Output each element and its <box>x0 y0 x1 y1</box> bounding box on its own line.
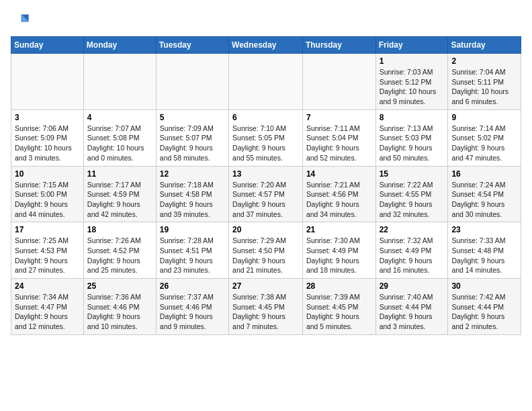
day-number: 11 <box>87 169 152 179</box>
logo <box>11 11 32 30</box>
day-info: Sunrise: 7:37 AM Sunset: 4:46 PM Dayligh… <box>160 292 225 332</box>
day-number: 19 <box>160 225 225 234</box>
day-number: 14 <box>306 169 372 179</box>
day-info: Sunrise: 7:42 AM Sunset: 4:44 PM Dayligh… <box>451 292 517 332</box>
day-info: Sunrise: 7:03 AM Sunset: 5:12 PM Dayligh… <box>380 67 445 107</box>
weekday-header-cell: Thursday <box>302 37 375 54</box>
day-number: 2 <box>451 56 517 66</box>
calendar-week-row: 17Sunrise: 7:25 AM Sunset: 4:53 PM Dayli… <box>11 222 521 279</box>
calendar-day-cell: 5Sunrise: 7:09 AM Sunset: 5:07 PM Daylig… <box>156 109 228 166</box>
day-number: 13 <box>232 169 299 179</box>
weekday-header-cell: Sunday <box>11 37 84 54</box>
calendar-day-cell: 30Sunrise: 7:42 AM Sunset: 4:44 PM Dayli… <box>448 279 521 335</box>
day-info: Sunrise: 7:39 AM Sunset: 4:45 PM Dayligh… <box>306 292 372 332</box>
calendar-table: SundayMondayTuesdayWednesdayThursdayFrid… <box>11 36 521 335</box>
calendar-day-cell: 29Sunrise: 7:40 AM Sunset: 4:44 PM Dayli… <box>375 279 448 335</box>
day-number: 4 <box>87 113 152 122</box>
day-info: Sunrise: 7:13 AM Sunset: 5:03 PM Dayligh… <box>380 124 445 163</box>
day-info: Sunrise: 7:15 AM Sunset: 5:00 PM Dayligh… <box>15 180 80 220</box>
calendar-body: 1Sunrise: 7:03 AM Sunset: 5:12 PM Daylig… <box>11 54 521 335</box>
calendar-day-cell: 10Sunrise: 7:15 AM Sunset: 5:00 PM Dayli… <box>11 166 84 222</box>
day-number: 17 <box>15 225 80 234</box>
calendar-week-row: 10Sunrise: 7:15 AM Sunset: 5:00 PM Dayli… <box>11 166 521 222</box>
calendar-week-row: 24Sunrise: 7:34 AM Sunset: 4:47 PM Dayli… <box>11 279 521 335</box>
day-number: 23 <box>451 225 517 234</box>
day-info: Sunrise: 7:18 AM Sunset: 4:58 PM Dayligh… <box>160 180 225 220</box>
day-number: 1 <box>380 56 445 66</box>
day-number: 16 <box>451 169 517 179</box>
day-info: Sunrise: 7:14 AM Sunset: 5:02 PM Dayligh… <box>451 124 517 163</box>
day-info: Sunrise: 7:29 AM Sunset: 4:50 PM Dayligh… <box>232 236 299 275</box>
calendar-day-cell: 21Sunrise: 7:30 AM Sunset: 4:49 PM Dayli… <box>302 222 375 279</box>
day-number: 6 <box>232 113 299 122</box>
calendar-week-row: 1Sunrise: 7:03 AM Sunset: 5:12 PM Daylig… <box>11 54 521 110</box>
day-info: Sunrise: 7:04 AM Sunset: 5:11 PM Dayligh… <box>451 67 517 107</box>
day-info: Sunrise: 7:33 AM Sunset: 4:48 PM Dayligh… <box>451 236 517 275</box>
calendar-day-cell: 28Sunrise: 7:39 AM Sunset: 4:45 PM Dayli… <box>302 279 375 335</box>
calendar-day-cell: 12Sunrise: 7:18 AM Sunset: 4:58 PM Dayli… <box>156 166 228 222</box>
day-number: 22 <box>380 225 445 234</box>
day-number: 3 <box>15 113 80 122</box>
weekday-header-cell: Tuesday <box>156 37 228 54</box>
day-info: Sunrise: 7:06 AM Sunset: 5:09 PM Dayligh… <box>15 124 80 163</box>
calendar-day-cell: 24Sunrise: 7:34 AM Sunset: 4:47 PM Dayli… <box>11 279 84 335</box>
calendar-day-cell: 4Sunrise: 7:07 AM Sunset: 5:08 PM Daylig… <box>83 109 156 166</box>
header <box>11 11 521 30</box>
day-number: 30 <box>451 281 517 291</box>
day-info: Sunrise: 7:17 AM Sunset: 4:59 PM Dayligh… <box>87 180 152 220</box>
calendar-day-cell: 3Sunrise: 7:06 AM Sunset: 5:09 PM Daylig… <box>11 109 84 166</box>
calendar-day-cell: 18Sunrise: 7:26 AM Sunset: 4:52 PM Dayli… <box>83 222 156 279</box>
day-info: Sunrise: 7:30 AM Sunset: 4:49 PM Dayligh… <box>306 236 372 275</box>
day-number: 21 <box>306 225 372 234</box>
day-number: 10 <box>15 169 80 179</box>
day-info: Sunrise: 7:32 AM Sunset: 4:49 PM Dayligh… <box>380 236 445 275</box>
calendar-day-cell: 26Sunrise: 7:37 AM Sunset: 4:46 PM Dayli… <box>156 279 228 335</box>
calendar-day-cell: 27Sunrise: 7:38 AM Sunset: 4:45 PM Dayli… <box>229 279 303 335</box>
calendar-page: SundayMondayTuesdayWednesdayThursdayFrid… <box>0 0 532 346</box>
day-number: 26 <box>160 281 225 291</box>
calendar-day-cell: 22Sunrise: 7:32 AM Sunset: 4:49 PM Dayli… <box>375 222 448 279</box>
day-info: Sunrise: 7:25 AM Sunset: 4:53 PM Dayligh… <box>15 236 80 275</box>
calendar-week-row: 3Sunrise: 7:06 AM Sunset: 5:09 PM Daylig… <box>11 109 521 166</box>
calendar-day-cell: 20Sunrise: 7:29 AM Sunset: 4:50 PM Dayli… <box>229 222 303 279</box>
day-info: Sunrise: 7:21 AM Sunset: 4:56 PM Dayligh… <box>306 180 372 220</box>
day-info: Sunrise: 7:28 AM Sunset: 4:51 PM Dayligh… <box>160 236 225 275</box>
calendar-day-cell <box>229 54 303 110</box>
calendar-day-cell: 8Sunrise: 7:13 AM Sunset: 5:03 PM Daylig… <box>375 109 448 166</box>
calendar-day-cell <box>156 54 228 110</box>
day-number: 24 <box>15 281 80 291</box>
day-info: Sunrise: 7:24 AM Sunset: 4:54 PM Dayligh… <box>451 180 517 220</box>
day-info: Sunrise: 7:36 AM Sunset: 4:46 PM Dayligh… <box>87 292 152 332</box>
day-info: Sunrise: 7:34 AM Sunset: 4:47 PM Dayligh… <box>15 292 80 332</box>
day-number: 29 <box>380 281 445 291</box>
weekday-header-cell: Saturday <box>448 37 521 54</box>
day-number: 18 <box>87 225 152 234</box>
logo-icon <box>11 11 30 30</box>
calendar-header: SundayMondayTuesdayWednesdayThursdayFrid… <box>11 37 521 54</box>
calendar-day-cell: 19Sunrise: 7:28 AM Sunset: 4:51 PM Dayli… <box>156 222 228 279</box>
day-info: Sunrise: 7:10 AM Sunset: 5:05 PM Dayligh… <box>232 124 299 163</box>
calendar-day-cell: 15Sunrise: 7:22 AM Sunset: 4:55 PM Dayli… <box>375 166 448 222</box>
day-number: 25 <box>87 281 152 291</box>
day-info: Sunrise: 7:11 AM Sunset: 5:04 PM Dayligh… <box>306 124 372 163</box>
day-info: Sunrise: 7:20 AM Sunset: 4:57 PM Dayligh… <box>232 180 299 220</box>
day-info: Sunrise: 7:07 AM Sunset: 5:08 PM Dayligh… <box>87 124 152 163</box>
calendar-day-cell: 2Sunrise: 7:04 AM Sunset: 5:11 PM Daylig… <box>448 54 521 110</box>
day-info: Sunrise: 7:09 AM Sunset: 5:07 PM Dayligh… <box>160 124 225 163</box>
day-number: 9 <box>451 113 517 122</box>
day-number: 27 <box>232 281 299 291</box>
calendar-day-cell: 17Sunrise: 7:25 AM Sunset: 4:53 PM Dayli… <box>11 222 84 279</box>
weekday-header-cell: Friday <box>375 37 448 54</box>
day-info: Sunrise: 7:22 AM Sunset: 4:55 PM Dayligh… <box>380 180 445 220</box>
calendar-day-cell: 16Sunrise: 7:24 AM Sunset: 4:54 PM Dayli… <box>448 166 521 222</box>
calendar-day-cell <box>302 54 375 110</box>
day-number: 8 <box>380 113 445 122</box>
calendar-day-cell: 11Sunrise: 7:17 AM Sunset: 4:59 PM Dayli… <box>83 166 156 222</box>
day-number: 20 <box>232 225 299 234</box>
weekday-header-row: SundayMondayTuesdayWednesdayThursdayFrid… <box>11 37 521 54</box>
calendar-day-cell: 7Sunrise: 7:11 AM Sunset: 5:04 PM Daylig… <box>302 109 375 166</box>
day-info: Sunrise: 7:38 AM Sunset: 4:45 PM Dayligh… <box>232 292 299 332</box>
calendar-day-cell: 14Sunrise: 7:21 AM Sunset: 4:56 PM Dayli… <box>302 166 375 222</box>
day-number: 15 <box>380 169 445 179</box>
weekday-header-cell: Wednesday <box>229 37 303 54</box>
